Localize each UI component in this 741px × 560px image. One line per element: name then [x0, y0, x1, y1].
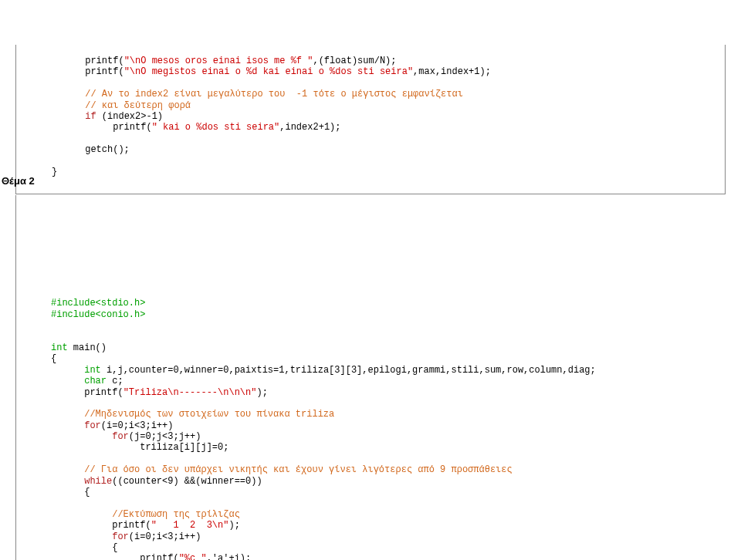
comment: //Μηδενισμός των στοιχείων του πίνακα tr…	[51, 409, 334, 420]
type: int	[84, 365, 101, 376]
keyword: for	[112, 431, 129, 442]
comment: // Για όσο οι δεν υπάρχει νικητής και έχ…	[51, 464, 513, 475]
txt: {	[51, 542, 117, 553]
txt: printf(	[52, 66, 124, 77]
txt: ,'a'+i);	[207, 553, 252, 560]
txt	[51, 365, 84, 376]
txt	[51, 431, 112, 442]
txt: printf(	[51, 387, 124, 398]
string: " 1 2 3\n"	[151, 520, 229, 531]
txt: ((counter<9) &&(winner==0))	[112, 476, 262, 487]
txt: );	[256, 387, 267, 398]
txt: printf(	[51, 520, 151, 531]
txt: getch();	[52, 144, 130, 155]
txt	[52, 111, 85, 122]
txt	[51, 420, 84, 431]
txt: ,(float)sum/N);	[313, 56, 396, 66]
string: "%c "	[179, 553, 207, 560]
code-block-1: printf("\nO mesos oros einai isos me %f …	[16, 56, 725, 177]
txt	[51, 476, 84, 487]
txt: (index2>-1)	[96, 111, 163, 122]
txt	[51, 531, 112, 542]
code-block-2: #include<stdio.h> #include<conio.h> int …	[0, 287, 741, 560]
type: int	[51, 342, 68, 353]
txt: ,max,index+1);	[413, 66, 491, 77]
comment: // Αν το index2 είναι μεγαλύτερο του -1 …	[52, 89, 463, 100]
keyword: while	[84, 476, 112, 487]
string: " kai o %dos sti seira"	[152, 122, 280, 133]
page: printf("\nO mesos oros einai isos me %f …	[0, 33, 741, 560]
left-border	[15, 195, 16, 560]
txt: );	[228, 520, 239, 531]
string: "Triliza\n-------\n\n\n"	[124, 387, 257, 398]
comment: //Εκτύπωση της τρίλιζας	[51, 509, 240, 520]
txt: {	[51, 353, 56, 364]
txt: ,index2+1);	[279, 122, 340, 133]
comment: // και δεύτερη φορά	[52, 100, 191, 111]
txt: {	[51, 487, 90, 498]
section-label: Θέμα 2	[2, 175, 35, 187]
txt: printf(	[52, 122, 152, 133]
keyword: for	[112, 531, 129, 542]
type: char	[84, 376, 107, 386]
txt: triliza[i][j]=0;	[51, 442, 228, 453]
txt: c;	[107, 376, 124, 386]
code-box-1: printf("\nO mesos oros einai isos me %f …	[15, 45, 726, 194]
txt	[51, 376, 84, 386]
keyword: for	[84, 420, 101, 431]
include: #include<conio.h>	[51, 309, 145, 320]
keyword: if	[85, 111, 96, 122]
string: "\nO mesos oros einai isos me %f "	[124, 56, 313, 66]
txt: i,j,counter=0,winner=0,paixtis=1,triliza…	[101, 365, 596, 376]
txt: (j=0;j<3;j++)	[129, 431, 201, 442]
txt: (i=0;i<3;i++)	[129, 531, 201, 542]
txt: printf(	[52, 56, 124, 66]
txt: main()	[68, 342, 107, 353]
txt: }	[52, 167, 57, 177]
txt: (i=0;i<3;i++)	[101, 420, 174, 431]
string: "\nO megistos einai o %d kai einai o %do…	[124, 66, 413, 77]
txt: printf(	[51, 553, 179, 560]
include: #include<stdio.h>	[51, 298, 145, 309]
